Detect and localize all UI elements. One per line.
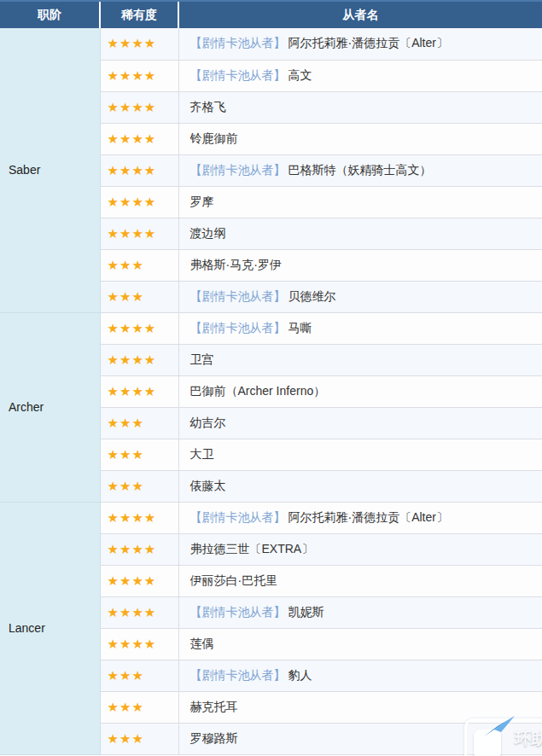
table-row: Lancer★★★★【剧情卡池从者】阿尔托莉雅·潘德拉贡〔Alter〕 bbox=[0, 502, 542, 533]
servant-name-cell: 伊丽莎白·巴托里 bbox=[178, 565, 542, 596]
servant-name-cell: 渡边纲 bbox=[178, 218, 542, 249]
rarity-stars: ★★★★ bbox=[100, 533, 178, 565]
servant-name-cell: 弗格斯·马克·罗伊 bbox=[178, 249, 542, 281]
servant-table: 职阶 稀有度 从者名 Saber★★★★【剧情卡池从者】阿尔托莉雅·潘德拉贡〔A… bbox=[0, 0, 542, 755]
servant-name-cell: 齐格飞 bbox=[178, 91, 542, 123]
column-header-name: 从者名 bbox=[178, 1, 542, 28]
servant-name: 卫宫 bbox=[190, 352, 214, 366]
servant-name-cell: 【剧情卡池从者】凯妮斯 bbox=[178, 596, 542, 628]
table-row: Archer★★★★【剧情卡池从者】马嘶 bbox=[0, 312, 542, 344]
servant-name-cell: 大卫 bbox=[178, 439, 542, 470]
servant-name: 大卫 bbox=[190, 447, 214, 461]
servant-table-body: Saber★★★★【剧情卡池从者】阿尔托莉雅·潘德拉贡〔Alter〕★★★★【剧… bbox=[0, 28, 542, 754]
servant-name: 罗摩 bbox=[190, 195, 214, 208]
rarity-stars: ★★★★ bbox=[100, 375, 178, 407]
rarity-stars: ★★★★ bbox=[100, 628, 178, 660]
servant-name: 渡边纲 bbox=[190, 226, 226, 240]
servant-name: 俵藤太 bbox=[190, 479, 226, 492]
servant-name: 凯妮斯 bbox=[288, 605, 324, 619]
rarity-stars: ★★★ bbox=[100, 691, 178, 723]
rarity-stars: ★★★★ bbox=[100, 596, 178, 628]
rarity-stars: ★★★ bbox=[100, 470, 178, 502]
rarity-stars: ★★★★ bbox=[100, 154, 178, 186]
rarity-stars: ★★★ bbox=[100, 660, 178, 691]
servant-name: 高文 bbox=[288, 68, 312, 82]
servant-name-cell: 【剧情卡池从者】高文 bbox=[178, 60, 542, 91]
servant-name-cell: 【剧情卡池从者】巴格斯特（妖精骑士高文） bbox=[178, 154, 542, 186]
servant-name-cell: 罗摩 bbox=[178, 186, 542, 218]
rarity-stars: ★★★★ bbox=[100, 186, 178, 218]
story-pool-tag: 【剧情卡池从者】 bbox=[190, 36, 286, 49]
class-cell: Archer bbox=[0, 312, 100, 502]
story-pool-tag: 【剧情卡池从者】 bbox=[190, 68, 286, 82]
rarity-stars: ★★★★ bbox=[100, 218, 178, 249]
rarity-stars: ★★★ bbox=[100, 407, 178, 439]
watermark-text: 环助手 bbox=[515, 728, 542, 750]
rarity-stars: ★★★★ bbox=[100, 565, 178, 596]
servant-name: 阿尔托莉雅·潘德拉贡〔Alter〕 bbox=[288, 510, 448, 524]
servant-name: 豹人 bbox=[288, 668, 312, 682]
rarity-stars: ★★★★ bbox=[100, 28, 178, 60]
servant-name: 赫克托耳 bbox=[190, 700, 238, 713]
header-row: 职阶 稀有度 从者名 bbox=[0, 1, 542, 28]
servant-name: 马嘶 bbox=[288, 321, 312, 334]
paper-plane-icon bbox=[482, 714, 516, 740]
story-pool-tag: 【剧情卡池从者】 bbox=[190, 510, 286, 524]
servant-name: 铃鹿御前 bbox=[190, 131, 238, 145]
servant-name-cell: 幼吉尔 bbox=[178, 407, 542, 439]
servant-name-cell: 卫宫 bbox=[178, 344, 542, 375]
servant-name: 伊丽莎白·巴托里 bbox=[190, 573, 278, 587]
servant-name-cell: 【剧情卡池从者】马嘶 bbox=[178, 312, 542, 344]
rarity-stars: ★★★ bbox=[100, 249, 178, 281]
servant-name: 阿尔托莉雅·潘德拉贡〔Alter〕 bbox=[288, 36, 448, 49]
servant-name: 幼吉尔 bbox=[190, 416, 226, 429]
servant-name-cell: 巴御前（Archer Inferno） bbox=[178, 375, 542, 407]
servant-name-cell: 【剧情卡池从者】阿尔托莉雅·潘德拉贡〔Alter〕 bbox=[178, 28, 542, 60]
servant-name: 巴格斯特（妖精骑士高文） bbox=[288, 163, 432, 177]
servant-name-cell: 铃鹿御前 bbox=[178, 123, 542, 154]
column-header-class: 职阶 bbox=[0, 1, 100, 28]
column-header-rarity: 稀有度 bbox=[100, 1, 178, 28]
servant-name-cell: 【剧情卡池从者】豹人 bbox=[178, 660, 542, 691]
servant-name: 莲偶 bbox=[190, 637, 214, 650]
servant-name: 巴御前（Archer Inferno） bbox=[190, 384, 326, 398]
story-pool-tag: 【剧情卡池从者】 bbox=[190, 605, 286, 619]
story-pool-tag: 【剧情卡池从者】 bbox=[190, 289, 286, 303]
table-row: Saber★★★★【剧情卡池从者】阿尔托莉雅·潘德拉贡〔Alter〕 bbox=[0, 28, 542, 60]
app-watermark: 环助手 bbox=[464, 718, 542, 756]
rarity-stars: ★★★★ bbox=[100, 91, 178, 123]
servant-name-cell: 【剧情卡池从者】阿尔托莉雅·潘德拉贡〔Alter〕 bbox=[178, 502, 542, 533]
servant-name-cell: 【剧情卡池从者】贝德维尔 bbox=[178, 281, 542, 312]
class-cell: Saber bbox=[0, 28, 100, 312]
story-pool-tag: 【剧情卡池从者】 bbox=[190, 163, 286, 177]
rarity-stars: ★★★★ bbox=[100, 312, 178, 344]
servant-name: 罗穆路斯 bbox=[190, 731, 238, 745]
servant-name: 贝德维尔 bbox=[288, 289, 336, 303]
story-pool-tag: 【剧情卡池从者】 bbox=[190, 321, 286, 334]
rarity-stars: ★★★★ bbox=[100, 123, 178, 154]
rarity-stars: ★★★★ bbox=[100, 60, 178, 91]
servant-name-cell: 莲偶 bbox=[178, 628, 542, 660]
rarity-stars: ★★★ bbox=[100, 439, 178, 470]
servant-name: 齐格飞 bbox=[190, 100, 226, 113]
servant-name-cell: 俵藤太 bbox=[178, 470, 542, 502]
servant-name-cell: 弗拉德三世〔EXTRA〕 bbox=[178, 533, 542, 565]
rarity-stars: ★★★★ bbox=[100, 344, 178, 375]
story-pool-tag: 【剧情卡池从者】 bbox=[190, 668, 286, 682]
rarity-stars: ★★★★ bbox=[100, 502, 178, 533]
rarity-stars: ★★★ bbox=[100, 723, 178, 754]
rarity-stars: ★★★ bbox=[100, 281, 178, 312]
class-cell: Lancer bbox=[0, 502, 100, 754]
servant-name: 弗拉德三世〔EXTRA〕 bbox=[190, 542, 314, 555]
servant-name: 弗格斯·马克·罗伊 bbox=[190, 258, 282, 271]
